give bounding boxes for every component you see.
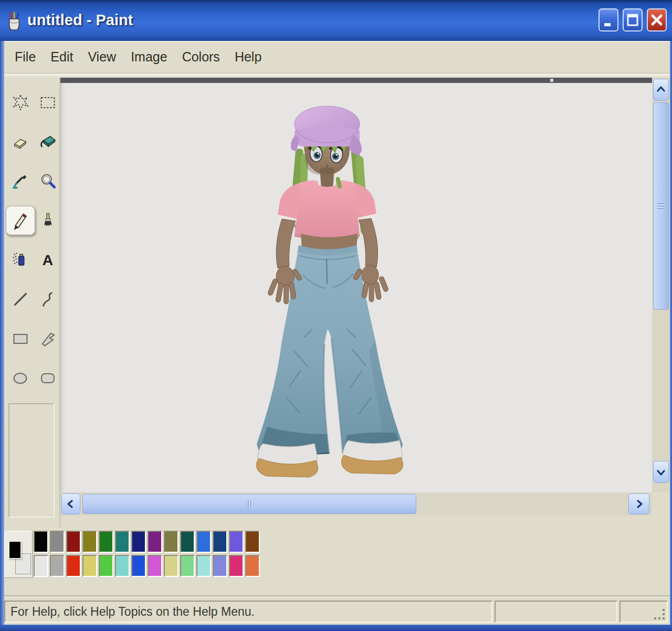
- menu-bar: File Edit View Image Colors Help: [4, 41, 670, 73]
- maximize-button[interactable]: [623, 8, 643, 31]
- palette-swatch-r2c9[interactable]: [164, 555, 178, 577]
- palette-swatch-r2c2[interactable]: [50, 555, 65, 577]
- palette-swatch-r1c10[interactable]: [180, 531, 195, 553]
- vertical-scrollbar[interactable]: [652, 78, 670, 492]
- horizontal-scrollbar[interactable]: [60, 492, 652, 516]
- palette-row-1: [34, 531, 260, 553]
- resize-grip[interactable]: [654, 609, 666, 621]
- tool-brush[interactable]: [36, 208, 60, 233]
- color-palette: [4, 528, 670, 580]
- tool-pencil[interactable]: [6, 206, 35, 235]
- palette-swatch-r1c12[interactable]: [213, 531, 227, 553]
- window-border-right: [670, 41, 672, 631]
- palette-swatch-r1c4[interactable]: [82, 531, 97, 553]
- palette-swatch-r1c13[interactable]: [229, 531, 244, 553]
- palette-swatch-r1c8[interactable]: [148, 531, 162, 553]
- tool-eraser[interactable]: [8, 130, 33, 154]
- tool-pick-color[interactable]: [8, 169, 33, 193]
- menu-image[interactable]: Image: [123, 49, 174, 65]
- tool-box: A: [4, 78, 60, 528]
- canvas-area: [60, 78, 652, 492]
- menu-edit[interactable]: Edit: [43, 49, 80, 65]
- palette-swatch-r2c12[interactable]: [213, 555, 227, 577]
- character-drawing: [249, 103, 417, 487]
- palette-swatch-r1c9[interactable]: [164, 531, 178, 553]
- current-colors-indicator[interactable]: [4, 531, 33, 578]
- palette-swatch-r2c8[interactable]: [148, 555, 162, 577]
- tool-curve[interactable]: [36, 287, 60, 311]
- menu-file[interactable]: File: [7, 49, 43, 65]
- palette-swatch-r2c10[interactable]: [180, 555, 195, 577]
- tool-select[interactable]: [36, 90, 60, 114]
- status-groove: [0, 595, 672, 597]
- scroll-right-button[interactable]: [628, 493, 649, 514]
- status-size-panel: [620, 601, 668, 623]
- palette-swatch-r2c13[interactable]: [229, 555, 244, 577]
- palette-swatch-r1c1[interactable]: [34, 531, 48, 553]
- palette-swatch-r1c11[interactable]: [196, 531, 211, 553]
- scroll-up-button[interactable]: [653, 79, 669, 101]
- window-controls: [598, 8, 667, 31]
- palette-swatch-r2c6[interactable]: [115, 555, 130, 577]
- palette-swatch-r2c7[interactable]: [131, 555, 146, 577]
- tool-ellipse[interactable]: [8, 366, 33, 390]
- scroll-left-button[interactable]: [61, 493, 80, 514]
- status-help-text: For Help, click Help Topics on the Help …: [10, 605, 255, 619]
- palette-swatch-r2c14[interactable]: [245, 555, 260, 577]
- foreground-color-swatch[interactable]: [8, 541, 22, 559]
- palette-swatches: [34, 531, 260, 577]
- tool-magnifier[interactable]: [36, 169, 60, 193]
- close-button[interactable]: [647, 8, 667, 31]
- tool-polygon[interactable]: [36, 327, 60, 351]
- scroll-down-button[interactable]: [653, 461, 669, 483]
- palette-swatch-r1c14[interactable]: [245, 531, 260, 553]
- menu-colors[interactable]: Colors: [175, 49, 227, 65]
- menu-divider: [4, 73, 670, 78]
- status-help-panel: For Help, click Help Topics on the Help …: [4, 601, 492, 623]
- tool-line[interactable]: [8, 287, 33, 311]
- tool-fill-with-color[interactable]: [36, 130, 60, 154]
- tool-rectangle[interactable]: [8, 327, 33, 351]
- tool-free-form-select[interactable]: [8, 90, 33, 114]
- window-title: untitled - Paint: [27, 12, 133, 29]
- menu-help[interactable]: Help: [227, 49, 269, 65]
- paint-app-icon: [6, 12, 22, 31]
- canvas-edge-notch: [550, 79, 553, 82]
- palette-row-2: [34, 555, 260, 577]
- status-coords-panel: [495, 601, 617, 623]
- palette-swatch-r1c6[interactable]: [115, 531, 130, 553]
- vertical-scroll-thumb[interactable]: [653, 102, 669, 310]
- palette-swatch-r2c4[interactable]: [82, 555, 97, 577]
- window-border-bottom: [0, 625, 672, 631]
- tool-airbrush[interactable]: [8, 248, 33, 272]
- tool-options-panel[interactable]: [8, 403, 55, 518]
- drawing-canvas[interactable]: [60, 83, 652, 492]
- palette-swatch-r2c3[interactable]: [66, 555, 81, 577]
- palette-swatch-r1c2[interactable]: [50, 531, 65, 553]
- window-border-left: [0, 41, 4, 631]
- palette-swatch-r2c1[interactable]: [34, 555, 48, 577]
- minimize-button[interactable]: [598, 8, 618, 31]
- status-bar: For Help, click Help Topics on the Help …: [4, 598, 670, 625]
- tool-grid: A: [4, 78, 59, 390]
- palette-swatch-r1c3[interactable]: [66, 531, 81, 553]
- title-bar[interactable]: untitled - Paint: [0, 0, 672, 41]
- svg-text:A: A: [43, 251, 53, 268]
- paint-window: untitled - Paint File Edit View Image Co…: [0, 0, 672, 631]
- tool-rounded-rectangle[interactable]: [36, 366, 60, 390]
- tool-text[interactable]: A: [36, 248, 60, 272]
- palette-swatch-r2c11[interactable]: [196, 555, 211, 577]
- menu-view[interactable]: View: [80, 49, 123, 65]
- horizontal-scroll-thumb[interactable]: [82, 494, 416, 514]
- palette-swatch-r1c5[interactable]: [99, 531, 113, 553]
- palette-swatch-r1c7[interactable]: [131, 531, 146, 553]
- palette-swatch-r2c5[interactable]: [99, 555, 113, 577]
